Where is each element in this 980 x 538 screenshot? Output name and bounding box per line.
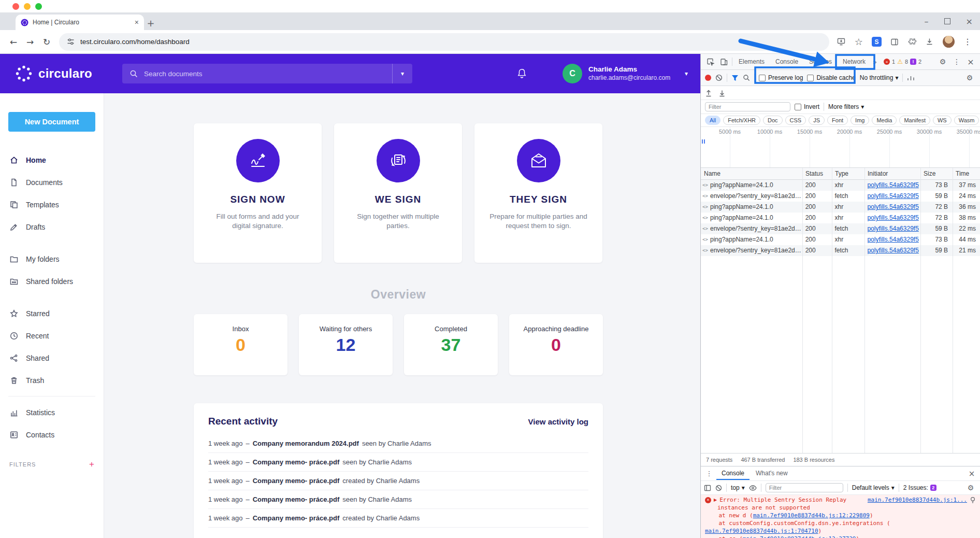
request-type-chip[interactable]: WS bbox=[933, 116, 952, 125]
request-type-chip[interactable]: JS bbox=[809, 116, 825, 125]
devtools-close-icon[interactable]: × bbox=[964, 55, 977, 68]
bookmark-star-icon[interactable]: ☆ bbox=[855, 36, 863, 47]
activity-row[interactable]: 1 week ago – Company memorandum 2024.pdf… bbox=[208, 434, 588, 453]
site-settings-icon[interactable] bbox=[66, 37, 75, 46]
window-close-icon[interactable]: × bbox=[966, 17, 973, 26]
drawer-close-icon[interactable]: × bbox=[965, 468, 978, 480]
devtools-tab-console[interactable]: Console bbox=[771, 54, 803, 69]
initiator-link[interactable]: polyfills.54a6329f5 bbox=[867, 181, 918, 189]
search-input[interactable] bbox=[143, 69, 342, 78]
console-settings-icon[interactable]: ⚙ bbox=[964, 482, 977, 494]
stack-source-link[interactable]: main.7ef9010e8837d44b.js:12:229809 bbox=[753, 512, 870, 519]
column-status[interactable]: Status bbox=[805, 170, 823, 177]
window-minimize-icon[interactable]: – bbox=[925, 17, 929, 26]
profile-avatar[interactable] bbox=[943, 36, 955, 48]
initiator-link[interactable]: polyfills.54a6329f5 bbox=[867, 236, 918, 243]
sidebar-item-my-folders[interactable]: My folders bbox=[0, 248, 104, 270]
document-search[interactable]: ▾ bbox=[122, 64, 412, 83]
activity-row[interactable]: 1 week ago – Company memo- práce.pdf see… bbox=[208, 490, 588, 509]
we-sign-card[interactable]: WE SIGN Sign together with multiple part… bbox=[334, 123, 462, 263]
network-request-row[interactable]: <>ping?appName=24.1.0 200 xhr polyfills.… bbox=[701, 213, 980, 223]
network-request-row[interactable]: <>ping?appName=24.1.0 200 xhr polyfills.… bbox=[701, 234, 980, 245]
extensions-puzzle-icon[interactable] bbox=[907, 37, 916, 46]
network-search-icon[interactable] bbox=[743, 74, 750, 81]
sidebar-item-home[interactable]: Home bbox=[0, 149, 104, 171]
downloads-icon[interactable] bbox=[925, 37, 934, 46]
notifications-bell-icon[interactable] bbox=[516, 67, 528, 79]
export-har-icon[interactable] bbox=[718, 89, 726, 97]
network-request-row[interactable]: <>ping?appName=24.1.0 200 xhr polyfills.… bbox=[701, 202, 980, 213]
initiator-link[interactable]: polyfills.54a6329f5 bbox=[867, 214, 918, 221]
sidebar-item-recent[interactable]: Recent bbox=[0, 324, 104, 347]
column-type[interactable]: Type bbox=[835, 170, 848, 177]
browser-tab[interactable]: Home | Circularo × bbox=[16, 15, 144, 30]
stat-card[interactable]: Inbox 0 bbox=[194, 314, 287, 375]
sidebar-item-drafts[interactable]: Drafts bbox=[0, 216, 104, 238]
tab-close-icon[interactable]: × bbox=[135, 18, 139, 26]
preserve-log-checkbox-box[interactable] bbox=[759, 75, 766, 81]
warning-badge-icon[interactable]: ⚠ bbox=[897, 58, 903, 65]
extension-s-icon[interactable]: S bbox=[872, 37, 882, 47]
search-scope-caret-icon[interactable]: ▾ bbox=[392, 64, 412, 83]
import-har-icon[interactable] bbox=[705, 89, 712, 97]
network-request-row[interactable]: <>ping?appName=24.1.0 200 xhr polyfills.… bbox=[701, 180, 980, 191]
disable-cache-checkbox-box[interactable] bbox=[807, 75, 814, 81]
devtools-settings-icon[interactable]: ⚙ bbox=[936, 55, 949, 68]
more-tabs-icon[interactable]: » bbox=[872, 58, 878, 66]
initiator-link[interactable]: polyfills.54a6329f5 bbox=[867, 203, 918, 210]
error-source-link[interactable]: main.7ef9010e8837d44b.js:1... bbox=[868, 496, 967, 504]
activity-row[interactable]: 1 week ago – Company memo- práce.pdf see… bbox=[208, 453, 588, 472]
initiator-link[interactable]: polyfills.54a6329f5 bbox=[867, 247, 918, 254]
console-context-dropdown[interactable]: top ▾ bbox=[731, 484, 745, 491]
they-sign-card[interactable]: THEY SIGN Prepare for multiple parties a… bbox=[474, 123, 602, 263]
error-badge-icon[interactable]: × bbox=[884, 59, 890, 65]
drawer-tab-console[interactable]: Console bbox=[716, 467, 750, 480]
sign-now-card[interactable]: SIGN NOW Fill out forms and add your dig… bbox=[194, 123, 322, 263]
devtools-tab-network[interactable]: Network bbox=[838, 54, 870, 69]
reload-icon[interactable]: ↻ bbox=[38, 37, 55, 47]
network-filter-input[interactable] bbox=[705, 102, 790, 111]
expand-icon[interactable]: ▶ bbox=[714, 496, 717, 504]
browser-menu-icon[interactable]: ⋮ bbox=[963, 37, 972, 47]
sidebar-item-templates[interactable]: Templates bbox=[0, 193, 104, 216]
sidebar-item-contacts[interactable]: Contacts bbox=[0, 423, 104, 446]
sidebar-item-starred[interactable]: Starred bbox=[0, 302, 104, 324]
console-sidebar-icon[interactable] bbox=[704, 485, 711, 491]
disable-cache-checkbox[interactable]: Disable cache bbox=[807, 74, 855, 81]
device-toolbar-icon[interactable] bbox=[718, 55, 730, 68]
column-name[interactable]: Name bbox=[704, 170, 720, 177]
network-filter-icon[interactable] bbox=[731, 75, 739, 81]
traffic-light-close[interactable] bbox=[12, 3, 19, 10]
devtools-menu-icon[interactable]: ⋮ bbox=[950, 55, 963, 68]
request-type-chip[interactable]: Img bbox=[851, 116, 869, 125]
network-request-row[interactable]: <>envelope/?sentry_key=81ae2dd... 200 fe… bbox=[701, 245, 980, 256]
clear-network-log-icon[interactable] bbox=[715, 74, 723, 81]
invert-checkbox-box[interactable] bbox=[795, 104, 801, 110]
sidebar-item-trash[interactable]: Trash bbox=[0, 369, 104, 391]
forward-icon[interactable]: → bbox=[22, 37, 38, 47]
sidebar-item-statistics[interactable]: Statistics bbox=[0, 401, 104, 423]
request-type-chip[interactable]: Font bbox=[827, 116, 848, 125]
console-error-message[interactable]: × ▶ Error: Multiple Sentry Session Repla… bbox=[701, 495, 980, 538]
more-filters-dropdown[interactable]: More filters ▾ bbox=[828, 103, 864, 110]
window-maximize-icon[interactable] bbox=[944, 18, 950, 24]
drawer-tab-whats-new[interactable]: What's new bbox=[751, 467, 793, 480]
drawer-menu-icon[interactable]: ⋮ bbox=[703, 468, 715, 480]
initiator-link[interactable]: polyfills.54a6329f5 bbox=[867, 225, 918, 232]
side-panel-icon[interactable] bbox=[890, 38, 899, 46]
console-filter-input[interactable] bbox=[766, 483, 843, 492]
log-levels-dropdown[interactable]: Default levels ▾ bbox=[852, 484, 895, 491]
network-request-row[interactable]: <>envelope/?sentry_key=81ae2dd... 200 fe… bbox=[701, 191, 980, 202]
column-size[interactable]: Size bbox=[924, 170, 935, 177]
devtools-tab-elements[interactable]: Elements bbox=[734, 54, 769, 69]
stat-card[interactable]: Completed 37 bbox=[404, 314, 498, 375]
clear-console-icon[interactable] bbox=[715, 485, 722, 491]
stat-card[interactable]: Waiting for others 12 bbox=[299, 314, 393, 375]
install-icon[interactable] bbox=[837, 37, 846, 46]
back-icon[interactable]: ← bbox=[5, 37, 22, 47]
network-conditions-icon[interactable] bbox=[907, 75, 915, 81]
column-initiator[interactable]: Initiator bbox=[868, 170, 888, 177]
record-network-log-icon[interactable] bbox=[705, 75, 711, 81]
issues-counter[interactable]: 2 Issues: 2 bbox=[903, 484, 936, 491]
network-overview-timeline[interactable]: 5000 ms10000 ms15000 ms20000 ms25000 ms3… bbox=[701, 127, 980, 168]
